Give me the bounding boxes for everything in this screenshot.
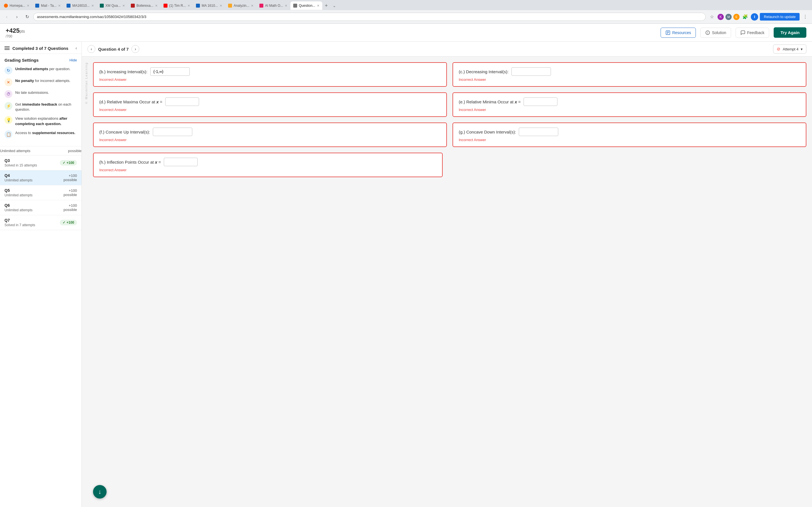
answer-box-e: (e.) Relative Minima Occur at x = Incorr… bbox=[453, 93, 806, 117]
attempt-label: Attempt 4 bbox=[783, 47, 799, 51]
question-item-q3[interactable]: Q3 Solved in 15 attempts ✓ +100 bbox=[0, 156, 82, 170]
q4-label: Q4 Unlimited attempts bbox=[4, 173, 33, 182]
tab-close-ma2[interactable]: ✕ bbox=[220, 4, 222, 8]
scroll-down-button[interactable]: ↓ bbox=[93, 485, 107, 499]
answer-input-e[interactable] bbox=[523, 98, 557, 106]
hide-button[interactable]: Hide bbox=[69, 58, 77, 62]
add-tab-button[interactable]: + bbox=[322, 2, 330, 10]
answer-box-b: (b.) Increasing Interval(s): Incorrect A… bbox=[93, 62, 447, 87]
tab-aimath[interactable]: AI Math O... ✕ bbox=[257, 1, 290, 10]
clock-icon: ⏱ bbox=[4, 90, 12, 98]
question-item-q5[interactable]: Q5 Unlimited attempts +100 possible bbox=[0, 185, 82, 200]
sidebar-header-left: Completed 3 of 7 Questions bbox=[4, 46, 68, 51]
unlimited-label: Unlimited attempts bbox=[0, 149, 31, 153]
question-item-q7[interactable]: Q7 Solved in 7 attempts ✓ +100 bbox=[0, 215, 82, 230]
q4-pts: +100 possible bbox=[63, 173, 77, 182]
reload-button[interactable]: ↻ bbox=[23, 13, 31, 21]
tab-ma2[interactable]: MA 1610... ✕ bbox=[193, 1, 225, 10]
q6-top: Q6 Unlimited attempts +100 possible bbox=[4, 203, 77, 212]
answer-input-c[interactable] bbox=[511, 67, 551, 76]
points-value: +425pts bbox=[6, 27, 28, 34]
tab-analyzing[interactable]: Analyzin... ✕ bbox=[225, 1, 256, 10]
resources-button[interactable]: Resources bbox=[661, 27, 696, 38]
answer-input-h[interactable] bbox=[164, 158, 198, 166]
lightbulb-icon: 💡 bbox=[4, 116, 12, 124]
incorrect-label-g: Incorrect Answer bbox=[459, 138, 800, 142]
tab-ma1[interactable]: MA16010... ✕ bbox=[64, 1, 96, 10]
q7-badge: ✓ +100 bbox=[60, 220, 77, 225]
browser-actions: ☆ K M E 🧩 I Relaunch to update ⋮ bbox=[708, 13, 809, 21]
incorrect-label-d: Incorrect Answer bbox=[99, 108, 441, 112]
address-input[interactable] bbox=[33, 13, 706, 21]
tab-boiler[interactable]: Boilerexa... ✕ bbox=[128, 1, 160, 10]
more-tabs-button[interactable]: ⌄ bbox=[331, 2, 338, 9]
feedback-button[interactable]: Feedback bbox=[735, 27, 769, 38]
chrome-menu-button[interactable]: ⋮ bbox=[801, 13, 809, 21]
q6-label: Q6 Unlimited attempts bbox=[4, 203, 33, 212]
answer-box-h-wrapper: (h.) Inflection Points Occur at x = Inco… bbox=[93, 153, 806, 177]
tab-question[interactable]: Question... ✕ bbox=[290, 1, 322, 10]
extension-1[interactable]: K bbox=[718, 14, 724, 20]
bookmark-button[interactable]: ☆ bbox=[708, 13, 716, 21]
svg-point-6 bbox=[708, 33, 708, 34]
refresh-icon: ↻ bbox=[4, 66, 12, 74]
answer-box-c: (c.) Decreasing Interval(s): Incorrect A… bbox=[453, 62, 806, 87]
question-content: © Macmillan Learning (b.) Increasing Int… bbox=[82, 57, 812, 183]
answer-input-f[interactable] bbox=[153, 128, 192, 136]
hamburger-icon[interactable] bbox=[4, 47, 10, 50]
next-question-button[interactable]: › bbox=[132, 45, 139, 53]
tab-mail[interactable]: Mail - Ta... ✕ bbox=[33, 1, 63, 10]
setting-feedback-text: Get immediate feedback on each question. bbox=[15, 102, 77, 112]
setting-no-penalty: ✕ No penalty for incorrect attempts. bbox=[4, 78, 77, 86]
setting-unlimited-text: Unlimited attempts per question. bbox=[15, 66, 70, 71]
forward-button[interactable]: › bbox=[13, 13, 21, 21]
try-again-button[interactable]: Try Again bbox=[774, 27, 806, 38]
app: +425pts /700 Resources Solution Feedback… bbox=[0, 24, 812, 507]
extension-2[interactable]: M bbox=[725, 14, 732, 20]
question-item-q4[interactable]: Q4 Unlimited attempts +100 possible bbox=[0, 170, 82, 185]
answer-input-g[interactable] bbox=[519, 128, 558, 136]
tab-homepage[interactable]: Homepa... ✕ bbox=[1, 1, 32, 10]
sidebar-collapse-button[interactable]: ‹ bbox=[75, 46, 77, 51]
attempt-badge[interactable]: ⊘ Attempt 4 ▾ bbox=[773, 45, 806, 54]
sidebar-header: Completed 3 of 7 Questions ‹ bbox=[0, 42, 82, 54]
extensions-button[interactable]: 🧩 bbox=[741, 13, 749, 21]
setting-feedback: ⚡ Get immediate feedback on each questio… bbox=[4, 102, 77, 112]
tab-qualtrics[interactable]: XM Qua... ✕ bbox=[97, 1, 128, 10]
possible-label: possible bbox=[68, 149, 82, 153]
tab-close-ma1[interactable]: ✕ bbox=[91, 4, 94, 8]
answer-input-b[interactable] bbox=[150, 67, 190, 76]
question-item-q6[interactable]: Q6 Unlimited attempts +100 possible bbox=[0, 200, 82, 215]
tab-close-tim[interactable]: ✕ bbox=[188, 4, 190, 8]
setting-solution: 💡 View solution explanations after compl… bbox=[4, 116, 77, 126]
solution-button[interactable]: Solution bbox=[700, 27, 731, 38]
back-button[interactable]: ‹ bbox=[3, 13, 11, 21]
tab-close-aimath[interactable]: ✕ bbox=[285, 4, 287, 8]
answer-label-g: (g.) Concave Down Interval(s): bbox=[459, 129, 516, 134]
answer-label-b: (b.) Increasing Interval(s): bbox=[99, 69, 147, 74]
prev-question-button[interactable]: ‹ bbox=[87, 45, 95, 53]
browser-chrome: Homepa... ✕ Mail - Ta... ✕ MA16010... ✕ … bbox=[0, 0, 812, 24]
tab-tim[interactable]: (1) Tim R... ✕ bbox=[161, 1, 193, 10]
tab-close-analyzing[interactable]: ✕ bbox=[251, 4, 253, 8]
q3-badge: ✓ +100 bbox=[60, 160, 77, 166]
profile-avatar[interactable]: I bbox=[751, 13, 758, 20]
tab-close-mail[interactable]: ✕ bbox=[58, 4, 61, 8]
answer-box-f-content: (f.) Concave Up Interval(s): bbox=[99, 128, 441, 136]
setting-no-late-text: No late submissions. bbox=[15, 90, 49, 95]
tab-close-question[interactable]: ✕ bbox=[317, 4, 319, 8]
tab-close-qualtrics[interactable]: ✕ bbox=[122, 4, 125, 8]
points-total: /700 bbox=[6, 34, 28, 38]
tab-close-boiler[interactable]: ✕ bbox=[155, 4, 158, 8]
top-toolbar: +425pts /700 Resources Solution Feedback… bbox=[0, 24, 812, 42]
extension-3[interactable]: E bbox=[733, 14, 740, 20]
answer-input-d[interactable] bbox=[165, 98, 199, 106]
q7-label: Q7 Solved in 7 attempts bbox=[4, 218, 35, 227]
relaunch-button[interactable]: Relaunch to update bbox=[760, 13, 800, 20]
incorrect-label-b: Incorrect Answer bbox=[99, 77, 441, 82]
answer-box-d: (d.) Relative Maxima Occur at x = Incorr… bbox=[93, 93, 447, 117]
setting-no-penalty-text: No penalty for incorrect attempts. bbox=[15, 78, 70, 83]
q5-pts: +100 possible bbox=[63, 188, 77, 197]
tab-close-homepage[interactable]: ✕ bbox=[27, 4, 29, 8]
question-nav: ‹ Question 4 of 7 › ⊘ Attempt 4 ▾ bbox=[82, 42, 812, 57]
